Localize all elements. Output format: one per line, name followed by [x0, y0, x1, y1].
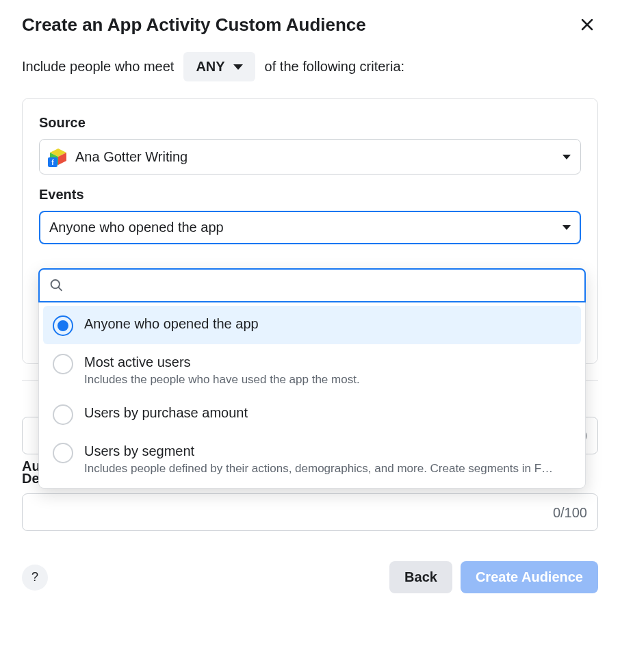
description-count: 0/100 — [553, 504, 587, 520]
chevron-down-icon — [563, 155, 571, 159]
audience-name-label-partial: Au — [22, 458, 40, 474]
option-title: Users by purchase amount — [84, 403, 571, 422]
condition-value: ANY — [196, 59, 224, 75]
events-value: Anyone who opened the app — [49, 220, 224, 235]
option-description: Includes the people who have used the ap… — [84, 373, 571, 387]
option-description: Includes people defined by their actions… — [84, 462, 571, 476]
event-option-segment[interactable]: Users by segment Includes people defined… — [43, 433, 581, 484]
events-search-input[interactable] — [70, 279, 575, 293]
svg-point-5 — [51, 280, 60, 288]
chevron-down-icon — [563, 225, 571, 230]
events-options-list: Anyone who opened the app Most active us… — [39, 302, 585, 488]
description-field: 0/100 — [22, 493, 598, 531]
modal-title: Create an App Activity Custom Audience — [22, 14, 366, 36]
option-title: Anyone who opened the app — [84, 314, 571, 333]
option-title: Users by segment — [84, 441, 571, 461]
radio-icon — [53, 443, 73, 463]
close-button[interactable] — [576, 14, 598, 36]
radio-icon — [53, 404, 73, 425]
event-option-anyone-opened[interactable]: Anyone who opened the app — [43, 306, 581, 344]
source-value: Ana Gotter Writing — [75, 149, 188, 165]
modal-header: Create an App Activity Custom Audience — [22, 14, 598, 36]
option-title: Most active users — [84, 352, 571, 372]
event-option-purchase-amount[interactable]: Users by purchase amount — [43, 395, 581, 433]
events-dropdown-panel: Anyone who opened the app Most active us… — [38, 268, 586, 489]
radio-icon — [53, 354, 73, 374]
svg-line-6 — [58, 287, 62, 291]
close-icon — [579, 16, 595, 33]
criteria-prefix: Include people who meet — [22, 59, 174, 75]
source-select[interactable]: f Ana Gotter Writing — [39, 139, 581, 175]
help-icon: ? — [31, 570, 38, 584]
event-option-most-active[interactable]: Most active users Includes the people wh… — [43, 344, 581, 395]
criteria-row: Include people who meet ANY of the follo… — [22, 52, 598, 81]
back-button[interactable]: Back — [389, 561, 452, 593]
events-label: Events — [39, 187, 581, 203]
criteria-suffix: of the following criteria: — [265, 59, 405, 75]
app-cube-icon: f — [49, 148, 67, 166]
modal-footer: ? Back Create Audience — [22, 547, 598, 607]
events-search-box — [38, 268, 586, 302]
source-label: Source — [39, 115, 581, 131]
chevron-down-icon — [233, 64, 243, 70]
description-input[interactable] — [22, 493, 598, 531]
radio-icon — [53, 315, 73, 336]
create-audience-button[interactable]: Create Audience — [461, 561, 598, 593]
search-icon — [49, 278, 64, 293]
events-select[interactable]: Anyone who opened the app — [39, 211, 581, 244]
help-button[interactable]: ? — [22, 565, 48, 591]
condition-dropdown[interactable]: ANY — [183, 52, 255, 81]
